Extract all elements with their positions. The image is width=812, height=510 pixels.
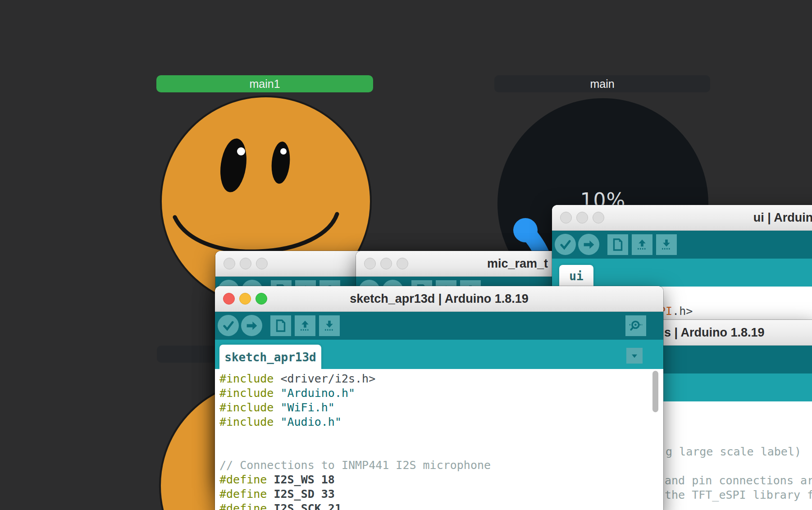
code-line: #include "WiFi.h"	[219, 401, 663, 415]
code-fragment: PI.h>	[659, 305, 693, 318]
window-title: mic_ram_t	[487, 251, 548, 276]
verify-button[interactable]	[218, 315, 239, 336]
tab-ui[interactable]: ui	[559, 265, 593, 287]
scrollbar-thumb[interactable]	[652, 371, 658, 412]
code-line: #include <driver/i2s.h>	[219, 372, 663, 386]
code-token: "WiFi.h"	[280, 401, 334, 414]
tab-bar: sketch_apr13d	[215, 340, 663, 369]
tab-sketch-apr13d[interactable]: sketch_apr13d	[219, 345, 321, 369]
code-token: // Connections to INMP441 I2S microphone	[219, 459, 491, 472]
upload-button[interactable]	[241, 315, 262, 336]
code-token: "Audio.h"	[280, 415, 341, 428]
open-icon	[634, 237, 650, 252]
code-line: #define I2S_WS 18	[219, 473, 663, 487]
window-controls	[364, 258, 408, 269]
upload-button[interactable]	[578, 234, 599, 255]
code-line: #define I2S_SD 33	[219, 487, 663, 501]
minimize-button[interactable]	[380, 258, 392, 269]
code-text: #include <driver/i2s.h>#include "Arduino…	[215, 369, 663, 510]
titlebar[interactable]: ui | Arduino 1.8.19	[552, 205, 812, 231]
code-line: #define I2S_SCK 21	[219, 501, 663, 510]
window-sketch[interactable]: sketch_apr13d | Arduino 1.8.19	[215, 286, 663, 510]
desktop: { "desktop": {"background": "#2d2d2e"}, …	[0, 0, 812, 510]
serial-monitor-button[interactable]	[625, 315, 646, 336]
smiley-right-eye-glint	[280, 148, 287, 155]
code-line: #include "Audio.h"	[219, 415, 663, 429]
ide-toolbar	[552, 231, 812, 259]
widget-title-main1[interactable]: main1	[156, 75, 373, 92]
open-button[interactable]	[632, 234, 652, 255]
code-token: I2S_SD 33	[274, 487, 334, 501]
code-line	[219, 444, 663, 458]
code-token: .h>	[672, 305, 693, 318]
code-token: #define	[219, 502, 274, 510]
tab-bar: ui	[552, 259, 812, 287]
code-token: #define	[219, 487, 274, 501]
serial-monitor-icon	[628, 318, 643, 333]
open-icon	[297, 318, 313, 333]
code-token: #include	[219, 401, 280, 414]
upload-icon	[244, 318, 260, 333]
new-sketch-button[interactable]	[607, 234, 628, 255]
titlebar[interactable]: sketch_apr13d | Arduino 1.8.19	[215, 286, 663, 312]
widget-title-main[interactable]: main	[494, 75, 710, 92]
code-token: I2S_SCK 21	[274, 502, 342, 510]
close-button[interactable]	[364, 258, 376, 269]
gauge-knob[interactable]	[513, 218, 538, 242]
code-editor[interactable]: #include <driver/i2s.h>#include "Arduino…	[215, 369, 663, 510]
code-token: <driver/i2s.h>	[280, 372, 375, 385]
open-button[interactable]	[295, 315, 315, 336]
code-token: #include	[219, 372, 280, 385]
new-sketch-button[interactable]	[270, 315, 291, 336]
verify-button[interactable]	[555, 234, 576, 255]
new-file-icon	[273, 318, 288, 333]
smiley-left-eye-glint	[237, 147, 245, 155]
code-token: I2S_WS 18	[274, 473, 334, 486]
code-token: #include	[219, 415, 280, 428]
save-button[interactable]	[319, 315, 340, 336]
window-title: s | Arduino 1.8.19	[664, 320, 765, 345]
code-token: #define	[219, 473, 274, 486]
code-line: // Connections to INMP441 I2S microphone	[219, 458, 663, 473]
chevron-down-icon	[629, 350, 640, 362]
save-icon	[659, 237, 674, 252]
code-line: #include "Arduino.h"	[219, 386, 663, 401]
code-token: #include	[219, 387, 280, 400]
verify-icon	[221, 318, 236, 333]
zoom-button[interactable]	[397, 258, 408, 269]
code-token: "Arduino.h"	[280, 387, 355, 400]
tab-menu-button[interactable]	[626, 348, 643, 364]
new-file-icon	[610, 237, 625, 252]
save-icon	[322, 318, 337, 333]
upload-icon	[581, 237, 597, 252]
code-comment-fragment: the TFT_eSPI library fol	[665, 488, 812, 501]
verify-icon	[558, 237, 573, 252]
code-line	[219, 429, 663, 444]
window-title: sketch_apr13d | Arduino 1.8.19	[215, 286, 663, 311]
ide-toolbar	[215, 312, 663, 340]
window-title: ui | Arduino 1.8.19	[552, 205, 812, 230]
save-button[interactable]	[656, 234, 677, 255]
code-comment-fragment: and pin connections are	[665, 474, 812, 487]
code-comment-fragment: g large scale label)	[666, 445, 801, 458]
